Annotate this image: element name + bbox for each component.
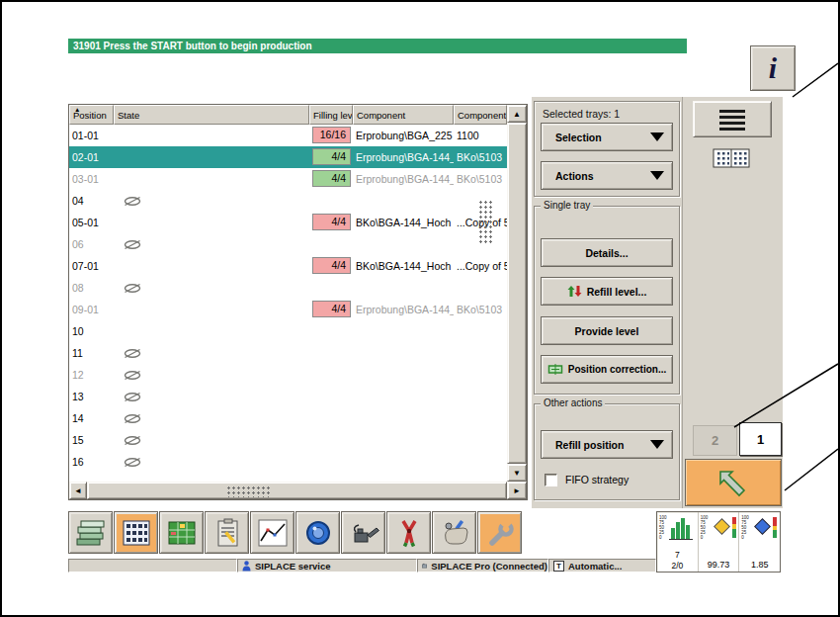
scroll-up-button[interactable]: ▲ <box>507 105 527 123</box>
cell-component <box>353 429 454 451</box>
job-clipboard-button[interactable] <box>205 511 249 554</box>
tray-row-08[interactable]: 08 <box>69 277 507 299</box>
sort-ascending-icon: ▲ <box>74 107 80 113</box>
list-view-button[interactable] <box>693 101 772 137</box>
cell-component <box>353 386 454 407</box>
column-header-position[interactable]: ▲Position <box>69 105 114 125</box>
cell-position: 12 <box>69 364 114 386</box>
single-tray-group: Single tray Details... Refill level... P… <box>534 206 680 395</box>
refill-level-button-label: Refill level... <box>587 286 647 298</box>
tab-2-label: 2 <box>712 433 718 448</box>
scroll-down-button[interactable]: ▼ <box>507 464 527 482</box>
filling-level-badge: 4/4 <box>312 301 351 317</box>
cell-state <box>114 125 309 146</box>
tab-1[interactable]: 1 <box>739 422 782 456</box>
fifo-checkbox[interactable] <box>545 474 557 486</box>
tray-row-16[interactable]: 16 <box>69 451 507 473</box>
other-actions-group-label: Other actions <box>541 397 605 408</box>
cell-state <box>114 407 309 429</box>
horizontal-scroll-thumb[interactable] <box>87 482 507 499</box>
tab-2[interactable]: 2 <box>693 425 737 456</box>
setup-wrench-button[interactable] <box>477 511 522 554</box>
refill-position-dropdown-button[interactable]: Refill position <box>541 430 673 459</box>
other-actions-group: Other actions Refill position FIFO strat… <box>534 403 680 500</box>
cell-position: 04 <box>69 190 114 212</box>
empty-tray-icon <box>123 370 142 381</box>
gauge-scale-labels: 100 75 50 25 0 <box>701 515 709 540</box>
column-header-label: Filling level <box>313 110 353 121</box>
speed-value: 1.85 <box>739 560 780 570</box>
provide-level-button-label: Provide level <box>575 325 639 337</box>
cell-state <box>114 342 309 364</box>
tray-row-06[interactable]: 06 <box>69 233 507 255</box>
cell-state <box>114 168 309 190</box>
tray-row-12[interactable]: 12 <box>69 364 507 386</box>
cell-filling-level: 4/4 <box>309 299 353 320</box>
cell-position: 03-01 <box>69 168 114 190</box>
tray-matrix-button[interactable] <box>114 511 158 554</box>
selection-dropdown-button[interactable]: Selection <box>541 123 673 151</box>
tray-row-01-01[interactable]: 01-0116/16Erprobung\BGA_2251100 <box>69 125 507 146</box>
column-header-filling-level[interactable]: Filling level <box>309 105 353 125</box>
actions-dropdown-button[interactable]: Actions <box>541 161 673 190</box>
cell-filling-level <box>309 277 353 299</box>
cell-component: BKo\BGA-144_Hoch <box>353 212 454 233</box>
statistics-button[interactable] <box>250 511 294 554</box>
magazine-stack-icon <box>74 518 107 548</box>
provide-level-button[interactable]: Provide level <box>541 316 673 345</box>
tray-row-05-01[interactable]: 05-014/4BKo\BGA-144_Hoch...Copy of 51 <box>69 212 507 233</box>
filling-level-badge: 16/16 <box>312 127 351 143</box>
performance-gauge-panel: 100 75 50 25 0 7 2/0 100 75 50 25 0 99.7… <box>656 511 781 573</box>
tray-row-15[interactable]: 15 <box>69 429 507 451</box>
column-header-component[interactable]: Component <box>353 105 454 125</box>
tray-grid-icon <box>713 148 750 168</box>
tray-row-11[interactable]: 11 <box>69 342 507 364</box>
position-correction-button[interactable]: Position correction... <box>541 355 673 384</box>
cell-state <box>114 451 309 473</box>
tray-row-04[interactable]: 04 <box>69 190 507 212</box>
filling-level-badge: 4/4 <box>312 257 351 274</box>
details-button[interactable]: Details... <box>541 238 673 267</box>
cell-component-2: BKo\5103 <box>454 168 507 190</box>
dropdown-arrow-icon <box>650 132 664 141</box>
magazine-stack-button[interactable] <box>68 511 113 554</box>
tray-view-button[interactable] <box>713 148 750 172</box>
yellow-diamond-gauge-icon <box>711 514 738 542</box>
table-scroll-grip-vertical[interactable] <box>478 200 494 243</box>
manual-service-button[interactable] <box>432 511 476 554</box>
lubrication-button[interactable] <box>341 511 385 554</box>
horizontal-scrollbar[interactable]: ◄ ► <box>69 482 527 499</box>
camera-lens-icon <box>302 518 334 548</box>
pcb-layout-button[interactable] <box>159 511 204 554</box>
vision-camera-button[interactable] <box>295 511 340 554</box>
tray-row-09-01[interactable]: 09-014/4Erprobung\BGA-144_3BKo\5103 <box>69 299 507 320</box>
vertical-scroll-thumb[interactable] <box>507 123 527 464</box>
vertical-scrollbar[interactable]: ▲ ▼ <box>507 105 527 482</box>
refill-level-button[interactable]: Refill level... <box>541 277 673 306</box>
column-header-component-2[interactable]: Component <box>454 105 507 125</box>
tray-row-07-01[interactable]: 07-014/4BKo\BGA-144_Hoch...Copy of 51 <box>69 255 507 277</box>
scroll-right-button[interactable]: ► <box>507 482 527 499</box>
info-button[interactable]: i <box>750 45 796 91</box>
tray-row-10[interactable]: 10 <box>69 320 507 342</box>
message-text: 31901 Press the START button to begin pr… <box>73 41 312 51</box>
cell-state <box>114 320 309 342</box>
scroll-left-icon: ◄ <box>74 486 82 495</box>
cell-state <box>114 146 309 168</box>
tray-row-13[interactable]: 13 <box>69 386 507 407</box>
cell-component <box>353 277 454 299</box>
tray-row-02-01[interactable]: 02-014/4Erprobung\BGA-144_1BKo\5103 <box>69 146 507 168</box>
selection-group: Selected trays: 1 Selection Actions <box>534 101 680 197</box>
pro-label: SIPLACE Pro (Connected) <box>431 561 547 572</box>
cell-component-2 <box>454 277 507 299</box>
repair-tool-button[interactable] <box>386 511 431 554</box>
cell-position: 05-01 <box>69 212 114 233</box>
tray-row-03-01[interactable]: 03-014/4Erprobung\BGA-144_2BKo\5103 <box>69 168 507 190</box>
scroll-left-button[interactable]: ◄ <box>69 482 87 499</box>
tray-row-14[interactable]: 14 <box>69 407 507 429</box>
info-icon: i <box>769 53 777 83</box>
back-button[interactable] <box>685 459 782 506</box>
side-panel: 2 1 <box>682 97 783 508</box>
chart-icon <box>257 518 289 548</box>
column-header-state[interactable]: State <box>114 105 309 125</box>
